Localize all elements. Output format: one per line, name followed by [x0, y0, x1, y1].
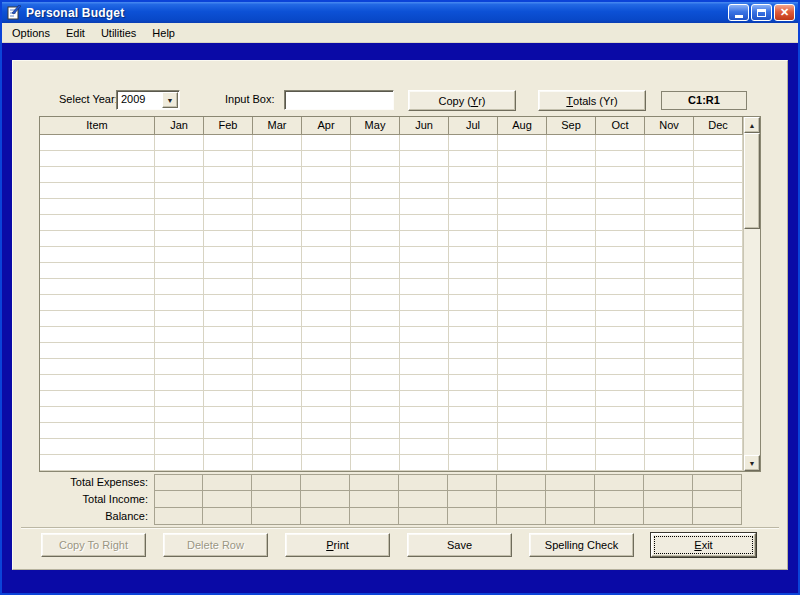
- grid-cell[interactable]: [351, 183, 400, 199]
- grid-cell[interactable]: [449, 231, 498, 247]
- grid-cell[interactable]: [155, 263, 204, 279]
- grid-cell[interactable]: [253, 199, 302, 215]
- grid-cell[interactable]: [547, 247, 596, 263]
- grid-cell[interactable]: [400, 439, 449, 455]
- grid-cell[interactable]: [40, 391, 155, 407]
- grid-cell[interactable]: [400, 263, 449, 279]
- grid-cell[interactable]: [351, 167, 400, 183]
- grid-cell[interactable]: [645, 327, 694, 343]
- grid-cell[interactable]: [449, 263, 498, 279]
- grid-cell[interactable]: [204, 391, 253, 407]
- menu-utilities[interactable]: Utilities: [93, 23, 144, 42]
- grid-cell[interactable]: [204, 359, 253, 375]
- grid-col-apr[interactable]: Apr: [302, 117, 351, 135]
- grid-cell[interactable]: [204, 183, 253, 199]
- grid-cell[interactable]: [204, 375, 253, 391]
- grid-cell[interactable]: [155, 359, 204, 375]
- grid-cell[interactable]: [302, 455, 351, 471]
- grid-cell[interactable]: [253, 439, 302, 455]
- grid-cell[interactable]: [40, 327, 155, 343]
- grid-cell[interactable]: [449, 183, 498, 199]
- grid-cell[interactable]: [596, 343, 645, 359]
- grid-cell[interactable]: [645, 263, 694, 279]
- grid-cell[interactable]: [694, 375, 743, 391]
- grid-cell[interactable]: [400, 135, 449, 151]
- grid-cell[interactable]: [40, 359, 155, 375]
- grid-cell[interactable]: [351, 311, 400, 327]
- grid-cell[interactable]: [351, 279, 400, 295]
- grid-cell[interactable]: [40, 231, 155, 247]
- grid-col-feb[interactable]: Feb: [204, 117, 253, 135]
- grid-cell[interactable]: [498, 455, 547, 471]
- grid-cell[interactable]: [547, 183, 596, 199]
- grid-cell[interactable]: [498, 231, 547, 247]
- grid-cell[interactable]: [400, 327, 449, 343]
- grid-cell[interactable]: [253, 135, 302, 151]
- grid-cell[interactable]: [351, 215, 400, 231]
- grid-col-mar[interactable]: Mar: [253, 117, 302, 135]
- grid-cell[interactable]: [498, 215, 547, 231]
- grid-cell[interactable]: [547, 167, 596, 183]
- grid-col-jul[interactable]: Jul: [449, 117, 498, 135]
- grid-cell[interactable]: [40, 215, 155, 231]
- grid-cell[interactable]: [694, 327, 743, 343]
- grid-cell[interactable]: [253, 375, 302, 391]
- grid-cell[interactable]: [645, 247, 694, 263]
- grid-cell[interactable]: [498, 359, 547, 375]
- grid-cell[interactable]: [694, 391, 743, 407]
- grid-cell[interactable]: [155, 135, 204, 151]
- grid-cell[interactable]: [400, 343, 449, 359]
- grid-cell[interactable]: [40, 295, 155, 311]
- grid-cell[interactable]: [694, 359, 743, 375]
- grid-cell[interactable]: [400, 199, 449, 215]
- grid-cell[interactable]: [253, 327, 302, 343]
- grid-cell[interactable]: [596, 455, 645, 471]
- vertical-scrollbar[interactable]: ▲ ▼: [743, 117, 760, 471]
- grid-cell[interactable]: [498, 183, 547, 199]
- grid-cell[interactable]: [204, 423, 253, 439]
- grid-cell[interactable]: [400, 391, 449, 407]
- grid-cell[interactable]: [498, 135, 547, 151]
- totals-yr-button[interactable]: Totals (Yr): [538, 90, 646, 111]
- close-button[interactable]: ✕: [774, 4, 795, 21]
- grid-cell[interactable]: [40, 247, 155, 263]
- grid-cell[interactable]: [596, 407, 645, 423]
- grid-cell[interactable]: [40, 183, 155, 199]
- grid-cell[interactable]: [596, 231, 645, 247]
- grid-cell[interactable]: [498, 439, 547, 455]
- grid-cell[interactable]: [547, 151, 596, 167]
- maximize-button[interactable]: [751, 4, 772, 21]
- grid-cell[interactable]: [351, 247, 400, 263]
- grid-cell[interactable]: [400, 311, 449, 327]
- grid-cell[interactable]: [155, 279, 204, 295]
- grid-cell[interactable]: [547, 295, 596, 311]
- grid-cell[interactable]: [253, 183, 302, 199]
- grid-cell[interactable]: [40, 151, 155, 167]
- grid-cell[interactable]: [645, 311, 694, 327]
- grid-cell[interactable]: [498, 263, 547, 279]
- grid-cell[interactable]: [449, 343, 498, 359]
- grid-cell[interactable]: [302, 151, 351, 167]
- menu-options[interactable]: Options: [4, 23, 58, 42]
- grid-cell[interactable]: [155, 199, 204, 215]
- grid-cell[interactable]: [400, 279, 449, 295]
- grid-cell[interactable]: [645, 199, 694, 215]
- grid-cell[interactable]: [204, 231, 253, 247]
- grid-cell[interactable]: [351, 455, 400, 471]
- grid-cell[interactable]: [40, 423, 155, 439]
- grid-cell[interactable]: [547, 263, 596, 279]
- grid-cell[interactable]: [302, 423, 351, 439]
- grid-cell[interactable]: [498, 327, 547, 343]
- grid-col-jun[interactable]: Jun: [400, 117, 449, 135]
- grid-cell[interactable]: [498, 423, 547, 439]
- grid-cell[interactable]: [253, 423, 302, 439]
- grid-cell[interactable]: [547, 375, 596, 391]
- footer-button-print[interactable]: Print: [285, 533, 390, 557]
- grid-cell[interactable]: [596, 279, 645, 295]
- grid-col-item[interactable]: Item: [40, 117, 155, 135]
- grid-cell[interactable]: [694, 439, 743, 455]
- grid-cell[interactable]: [400, 359, 449, 375]
- grid-cell[interactable]: [40, 167, 155, 183]
- grid-cell[interactable]: [351, 407, 400, 423]
- grid-cell[interactable]: [400, 151, 449, 167]
